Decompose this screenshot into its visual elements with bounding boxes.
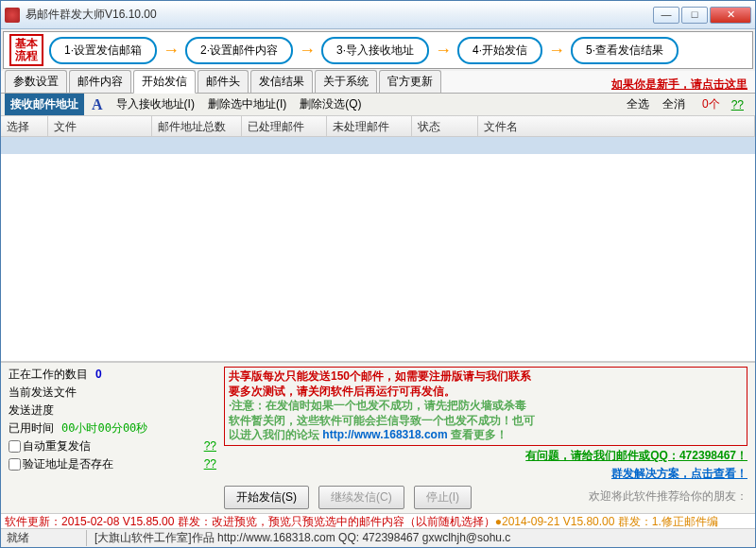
time-value: 00小时00分00秒: [61, 421, 147, 435]
col-status[interactable]: 状态: [412, 116, 478, 136]
flow-step-2[interactable]: 2·设置邮件内容: [185, 37, 293, 64]
tab-about[interactable]: 关于系统: [315, 70, 377, 93]
help-link[interactable]: ??: [204, 438, 216, 454]
deselect-all-button[interactable]: 全消: [657, 94, 691, 114]
arrow-icon: →: [299, 41, 316, 60]
stop-send-button[interactable]: 停止(I): [414, 486, 472, 509]
tab-content[interactable]: 邮件内容: [69, 70, 131, 93]
flow-step-5[interactable]: 5·查看发信结果: [571, 37, 679, 64]
progress-label: 发送进度: [9, 402, 216, 419]
minimize-button[interactable]: —: [653, 7, 679, 24]
grid-empty-row: [1, 137, 755, 154]
status-ready: 就绪: [7, 530, 29, 546]
maximize-button[interactable]: □: [681, 7, 708, 24]
start-send-button[interactable]: 开始发信(S): [224, 486, 309, 509]
toolbar-section-label: 接收邮件地址: [5, 94, 84, 115]
close-button[interactable]: ✕: [710, 7, 751, 24]
verify-address-checkbox[interactable]: 验证地址是否存在??: [9, 456, 216, 472]
window-title: 易邮件群发大师V16.10.00: [26, 7, 653, 23]
grid-body[interactable]: [1, 137, 755, 362]
auto-repeat-checkbox[interactable]: 自动重复发信??: [9, 438, 216, 454]
current-file-label: 当前发送文件: [9, 385, 216, 401]
bottom-panel: 正在工作的数目0 当前发送文件 发送进度 已用时间00小时00分00秒 自动重复…: [1, 362, 755, 513]
col-total[interactable]: 邮件地址总数: [152, 116, 242, 136]
continue-send-button[interactable]: 继续发信(C): [318, 486, 404, 509]
address-count: 0个: [702, 96, 720, 112]
tab-bar: 参数设置 邮件内容 开始发信 邮件头 发信结果 关于系统 官方更新 如果你是新手…: [1, 71, 755, 94]
tab-update[interactable]: 官方更新: [379, 70, 441, 93]
working-value: 0: [95, 368, 102, 381]
grid-header: 选择 文件 邮件地址总数 已处理邮件 未处理邮件 状态 文件名: [1, 116, 755, 137]
arrow-icon: →: [163, 41, 180, 60]
help-link[interactable]: ??: [204, 456, 216, 472]
col-todo[interactable]: 未处理邮件: [327, 116, 412, 136]
tab-result[interactable]: 发信结果: [250, 70, 313, 93]
time-label: 已用时间: [9, 421, 54, 435]
contact-link[interactable]: 有问题，请给我们邮件或QQ：472398467！: [525, 449, 747, 462]
delete-unselected-button[interactable]: 删除没选(Q): [294, 94, 367, 114]
solution-link[interactable]: 群发解决方案，点击查看！: [611, 467, 747, 480]
notice-box: 共享版每次只能发送150个邮件，如需要注册版请与我们联系 要多次测试，请关闭软件…: [224, 367, 747, 446]
forum-link[interactable]: http://www.168318.com: [322, 428, 447, 441]
select-all-button[interactable]: 全选: [621, 94, 655, 114]
arrow-icon: →: [548, 41, 565, 60]
import-addresses-button[interactable]: 导入接收地址(I): [111, 94, 200, 114]
col-select[interactable]: 选择: [1, 116, 48, 136]
update-ticker: 软件更新：2015-02-08 V15.85.00 群发：改进预览，预览只预览选…: [1, 513, 755, 528]
flow-step-4[interactable]: 4·开始发信: [457, 37, 542, 64]
flow-label: 基本 流程: [9, 34, 43, 66]
help-link[interactable]: ??: [731, 98, 744, 111]
letter-a-icon: A: [92, 96, 103, 113]
app-icon: [5, 8, 20, 23]
flow-bar: 基本 流程 1·设置发信邮箱 → 2·设置邮件内容 → 3·导入接收地址 → 4…: [3, 31, 753, 69]
tab-params[interactable]: 参数设置: [5, 70, 67, 93]
delete-selected-button[interactable]: 删除选中地址(I): [202, 94, 292, 114]
tab-header[interactable]: 邮件头: [198, 70, 249, 93]
status-bar: 就绪 [大旗山软件工作室]作品 http://www.168318.com QQ…: [1, 528, 755, 547]
col-file[interactable]: 文件: [48, 116, 152, 136]
col-filename[interactable]: 文件名: [478, 116, 755, 136]
titlebar: 易邮件群发大师V16.10.00 — □ ✕: [1, 1, 755, 29]
newbie-link[interactable]: 如果你是新手，请点击这里: [611, 77, 747, 93]
tab-send[interactable]: 开始发信: [133, 70, 196, 94]
flow-step-3[interactable]: 3·导入接收地址: [321, 37, 429, 64]
flow-step-1[interactable]: 1·设置发信邮箱: [49, 37, 157, 64]
arrow-icon: →: [435, 41, 452, 60]
recommend-text: 欢迎将此软件推荐给你的朋友：: [472, 488, 747, 505]
toolbar: 接收邮件地址 A 导入接收地址(I) 删除选中地址(I) 删除没选(Q) 全选 …: [1, 94, 755, 116]
working-label: 正在工作的数目: [9, 368, 88, 381]
status-info: [大旗山软件工作室]作品 http://www.168318.com QQ: 4…: [86, 530, 518, 546]
col-done[interactable]: 已处理邮件: [242, 116, 327, 136]
